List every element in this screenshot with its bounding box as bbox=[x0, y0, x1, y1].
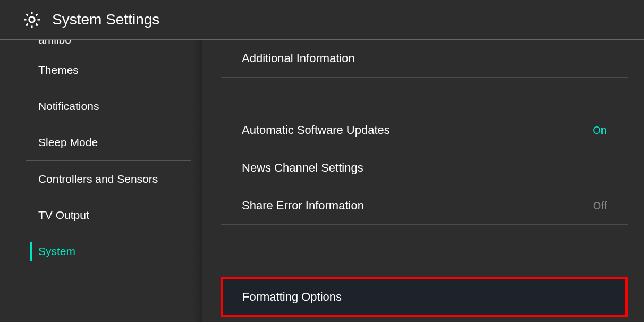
page-title: System Settings bbox=[52, 11, 159, 28]
content-item-additional-info[interactable]: Additional Information bbox=[221, 40, 628, 78]
content-item-share-error[interactable]: Share Error Information Off bbox=[221, 187, 628, 225]
sidebar-item-label: Notifications bbox=[38, 100, 99, 112]
sidebar-item-label: Controllers and Sensors bbox=[38, 173, 158, 185]
content-item-news-channel[interactable]: News Channel Settings bbox=[221, 149, 628, 187]
content-item-value: Off bbox=[593, 200, 607, 212]
content-item-label: Share Error Information bbox=[242, 199, 364, 213]
sidebar-item-label: Themes bbox=[38, 64, 79, 76]
sidebar-item-notifications[interactable]: Notifications bbox=[0, 88, 202, 124]
content-item-auto-updates[interactable]: Automatic Software Updates On bbox=[221, 112, 628, 149]
content-item-value: On bbox=[592, 124, 607, 137]
sidebar-item-label: TV Output bbox=[38, 209, 89, 221]
content-gap bbox=[221, 78, 628, 112]
content-gap bbox=[221, 225, 628, 277]
content-item-label: Additional Information bbox=[242, 52, 355, 65]
content-panel: Additional Information Automatic Softwar… bbox=[202, 40, 644, 322]
sidebar-item-system[interactable]: System bbox=[0, 233, 202, 269]
content-item-label: Formatting Options bbox=[242, 290, 342, 303]
sidebar-item-label: Sleep Mode bbox=[38, 136, 98, 148]
sidebar-item-themes[interactable]: Themes bbox=[0, 52, 202, 88]
content-item-label: News Channel Settings bbox=[242, 161, 363, 175]
main-container: amiibo Themes Notifications Sleep Mode C… bbox=[0, 40, 644, 322]
sidebar-item-label: amiibo bbox=[38, 40, 71, 46]
sidebar-item-label: System bbox=[38, 245, 75, 257]
content-item-label: Automatic Software Updates bbox=[242, 123, 390, 137]
sidebar: amiibo Themes Notifications Sleep Mode C… bbox=[0, 40, 202, 322]
content-item-formatting-options[interactable]: Formatting Options bbox=[221, 277, 628, 317]
sidebar-item-tv-output[interactable]: TV Output bbox=[0, 197, 202, 233]
sidebar-item-amiibo[interactable]: amiibo bbox=[0, 40, 202, 52]
svg-point-0 bbox=[29, 17, 35, 23]
gear-icon bbox=[22, 10, 41, 29]
sidebar-item-controllers-sensors[interactable]: Controllers and Sensors bbox=[0, 161, 202, 197]
header: System Settings bbox=[0, 0, 644, 40]
sidebar-item-sleep-mode[interactable]: Sleep Mode bbox=[0, 124, 202, 160]
